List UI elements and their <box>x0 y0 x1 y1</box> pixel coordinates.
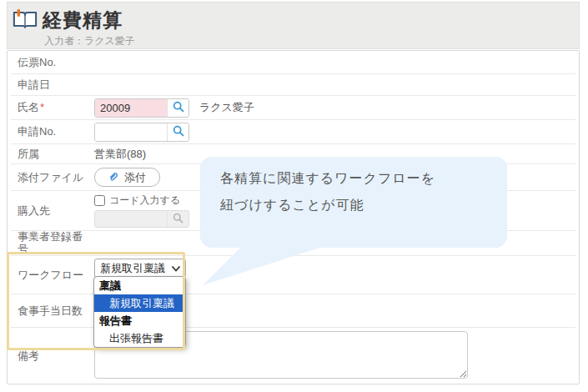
vendor-label: 購入先 <box>11 204 94 219</box>
apply-no-label: 申請No. <box>11 124 94 139</box>
workflow-select[interactable]: 新規取引稟議 <box>94 259 186 278</box>
page-title: 経費精算 <box>43 8 123 33</box>
vendor-checkbox-label: コード入力する <box>109 193 180 208</box>
dropdown-option-trip-report[interactable]: 出張報告書 <box>94 329 185 347</box>
search-icon <box>173 213 183 226</box>
bubble-tail <box>200 241 342 293</box>
required-mark: * <box>40 101 44 113</box>
vendor-code-input-group <box>94 210 189 228</box>
name-code-input[interactable] <box>95 99 167 117</box>
attach-button-label: 添付 <box>124 170 146 185</box>
apply-no-input[interactable] <box>95 123 167 141</box>
tooltip-line2: 紐づけすることが可能 <box>220 192 507 219</box>
dropdown-group-report: 報告書 <box>94 312 185 329</box>
search-icon <box>173 125 184 139</box>
tooltip-bubble: 各精算に関連するワークフローを 紐づけすることが可能 <box>200 157 507 248</box>
row-apply-no: 申請No. <box>11 120 575 144</box>
workflow-label: ワークフロー <box>11 268 94 283</box>
department-value: 営業部(88) <box>94 147 146 162</box>
vendor-code-input[interactable] <box>95 211 167 227</box>
search-icon <box>173 101 184 115</box>
vendor-code-checkbox[interactable] <box>94 195 105 206</box>
department-label: 所属 <box>11 147 94 162</box>
apply-no-search-button[interactable] <box>167 123 188 141</box>
attach-button[interactable]: 添付 <box>94 168 160 187</box>
paperclip-icon <box>108 171 119 184</box>
slip-no-label: 伝票No. <box>11 55 94 70</box>
tooltip-line1: 各精算に関連するワークフローを <box>220 165 507 192</box>
meal-days-label: 食事手当日数 <box>11 304 94 319</box>
page-subtitle: 入力者：ラクス愛子 <box>44 34 579 48</box>
dropdown-group-ringi: 稟議 <box>94 277 185 294</box>
page-header: 経費精算 入力者：ラクス愛子 <box>7 2 580 49</box>
attachment-label: 添付ファイル <box>11 170 94 185</box>
open-book-icon <box>13 8 38 33</box>
chevron-down-icon <box>172 262 180 274</box>
name-value: ラクス愛子 <box>199 100 254 115</box>
name-label: 氏名* <box>11 100 94 115</box>
workflow-dropdown-menu: 稟議 新規取引稟議 報告書 出張報告書 <box>93 276 186 348</box>
row-name: 氏名* ラクス愛子 <box>11 96 575 120</box>
row-slip-no: 伝票No. <box>11 51 575 74</box>
vendor-search-button[interactable] <box>167 211 188 227</box>
dropdown-option-new-deal-ringi[interactable]: 新規取引稟議 <box>94 294 185 312</box>
apply-date-label: 申請日 <box>11 78 94 93</box>
remarks-label: 備考 <box>11 349 94 364</box>
page: 経費精算 入力者：ラクス愛子 伝票No. 申請日 氏名* <box>0 0 588 392</box>
workflow-selected-value: 新規取引稟議 <box>100 261 165 276</box>
business-reg-label: 事業者登録番号 <box>11 231 94 256</box>
name-search-button[interactable] <box>167 99 188 117</box>
row-apply-date: 申請日 <box>11 74 575 96</box>
apply-no-input-group <box>94 123 189 142</box>
name-code-input-group <box>94 98 189 118</box>
